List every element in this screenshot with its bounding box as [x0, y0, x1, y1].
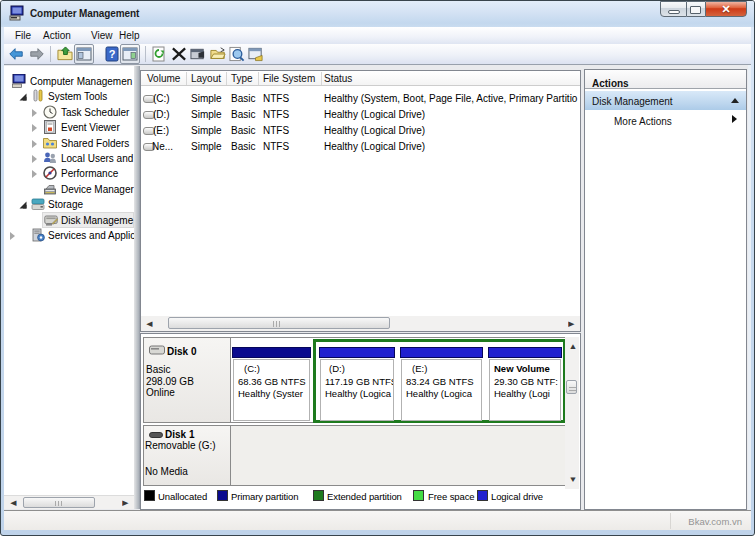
svg-text:?: ? — [109, 48, 116, 60]
